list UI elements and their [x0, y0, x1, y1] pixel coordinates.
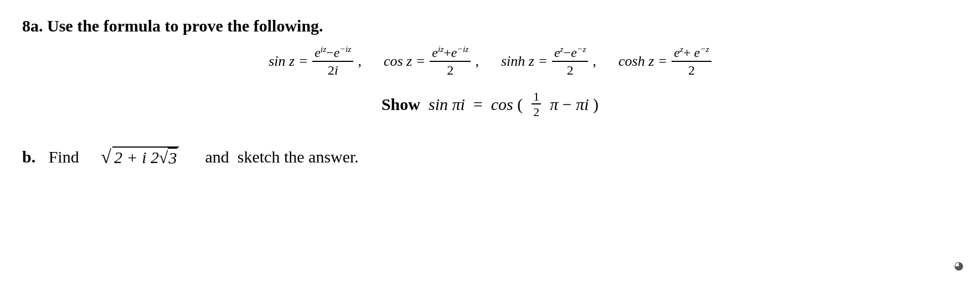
cosh-z-fraction: ez+ e−z 2 [672, 45, 711, 78]
half-den: 2 [532, 104, 541, 119]
cos-z-fraction: eiz+e−iz 2 [430, 45, 471, 78]
sinh-z-numerator: ez−e−z [552, 45, 589, 62]
sin-z-formula: sin z = eiz−e−iz 2i , [269, 45, 362, 78]
outer-sqrt-expr: √ 2 + i 2√3 [101, 146, 179, 167]
part-b-find: Find [44, 148, 79, 166]
formulas-row: sin z = eiz−e−iz 2i , cos z = eiz+e−iz 2… [22, 45, 958, 78]
sin-z-comma: , [358, 53, 362, 70]
sin-z-numerator: eiz−e−iz [312, 45, 353, 62]
sinh-z-fraction: ez−e−z 2 [552, 45, 589, 78]
show-statement-line: Show sin πi = cos ( 1 2 π − πi ) [22, 90, 958, 119]
sinh-z-formula: sinh z = ez−e−z 2 , [501, 45, 596, 78]
problem-title: 8a. Use the formula to prove the followi… [22, 17, 958, 35]
cosh-z-denominator: 2 [686, 62, 697, 77]
corner-mark: ◕ [954, 259, 963, 272]
show-suffix: π − πi ) [550, 95, 599, 114]
cos-z-label: cos z = [384, 53, 425, 70]
inner-sqrt-content: 3 [168, 148, 177, 167]
half-num: 1 [532, 90, 541, 104]
half-fraction: 1 2 [532, 90, 541, 119]
cos-z-numerator: eiz+e−iz [430, 45, 471, 62]
and-label: and sketch the answer. [205, 148, 358, 166]
cosh-z-numerator: ez+ e−z [672, 45, 711, 62]
sin-z-denominator: 2i [326, 62, 341, 77]
sinh-z-comma: , [592, 53, 596, 70]
cos-z-formula: cos z = eiz+e−iz 2 , [384, 45, 479, 78]
page: 8a. Use the formula to prove the followi… [0, 0, 980, 283]
sinh-z-label: sinh z = [501, 53, 548, 70]
part-b-line: b. Find √ 2 + i 2√3 and sketch the answe… [22, 146, 958, 167]
show-label: Show sin πi = cos ( [381, 95, 523, 114]
sin-z-label: sin z = [269, 53, 308, 70]
part-b-label: b. [22, 148, 35, 166]
cos-z-comma: , [475, 53, 479, 70]
outer-sqrt-symbol: √ [101, 146, 111, 167]
sinh-z-denominator: 2 [565, 62, 576, 77]
sin-z-fraction: eiz−e−iz 2i [312, 45, 353, 78]
cosh-z-formula: cosh z = ez+ e−z 2 [618, 45, 711, 78]
outer-sqrt-content: 2 + i 2√3 [112, 146, 179, 167]
cosh-z-label: cosh z = [618, 53, 667, 70]
cos-z-denominator: 2 [445, 62, 456, 77]
